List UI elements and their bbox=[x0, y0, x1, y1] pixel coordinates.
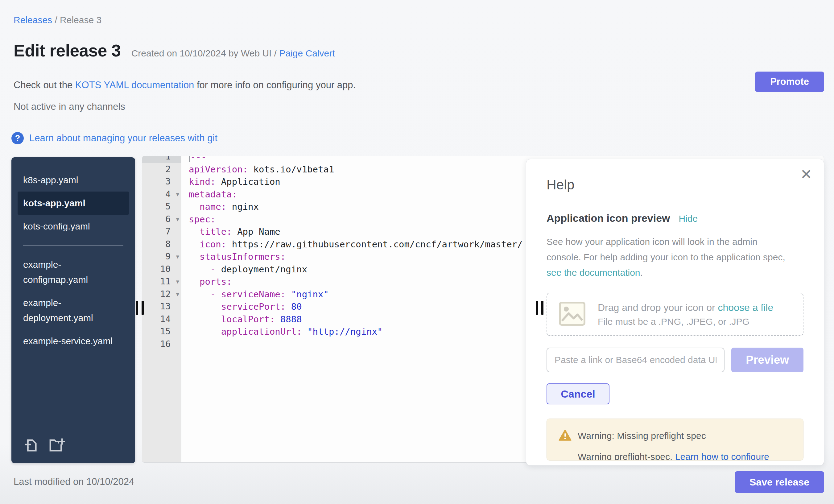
gutter-line-number: 6▼ bbox=[142, 213, 181, 226]
icon-preview-description: See how your application icon will look … bbox=[547, 234, 790, 280]
fold-caret-icon[interactable]: ▼ bbox=[176, 213, 179, 226]
dropzone-text: Drag and drop your icon or choose a file bbox=[598, 302, 773, 313]
cancel-button[interactable]: Cancel bbox=[547, 384, 610, 404]
gutter-line-number: 7 bbox=[142, 225, 181, 238]
fold-caret-icon[interactable]: ▼ bbox=[176, 276, 179, 288]
save-release-button[interactable]: Save release bbox=[735, 471, 824, 493]
gutter-line-number: 2 bbox=[142, 163, 181, 176]
breadcrumb-current: Release 3 bbox=[60, 15, 102, 25]
gutter-line-number: 8 bbox=[142, 238, 181, 251]
file-item-example-deployment-yaml[interactable]: example-deployment.yaml bbox=[18, 291, 129, 329]
file-list: k8s-app.yamlkots-app.yamlkots-config.yam… bbox=[18, 169, 129, 353]
fold-caret-icon[interactable]: ▼ bbox=[176, 288, 179, 301]
file-item-example-configmap-yaml[interactable]: example-configmap.yaml bbox=[18, 253, 129, 291]
hide-link[interactable]: Hide bbox=[679, 214, 698, 224]
editor-gutter: 1234▼56▼789▼1011▼12▼13141516 bbox=[142, 156, 181, 462]
gutter-line-number: 14 bbox=[142, 313, 181, 326]
choose-file-link[interactable]: choose a file bbox=[718, 302, 773, 313]
file-item-example-service-yaml[interactable]: example-service.yaml bbox=[18, 329, 129, 353]
gutter-line-number: 3 bbox=[142, 176, 181, 188]
text-cursor bbox=[189, 156, 190, 162]
image-placeholder-icon bbox=[559, 302, 586, 327]
file-item-k8s-app-yaml[interactable]: k8s-app.yaml bbox=[18, 169, 129, 192]
help-title: Help bbox=[547, 177, 804, 193]
learn-how-to-configure-link[interactable]: Learn how to configure bbox=[675, 452, 769, 461]
gutter-line-number: 15 bbox=[142, 325, 181, 338]
gutter-line-number: 4▼ bbox=[142, 188, 181, 201]
icon-dropzone[interactable]: Drag and drop your icon or choose a file… bbox=[547, 293, 804, 336]
help-panel-resize-handle[interactable] bbox=[536, 301, 544, 315]
fold-caret-icon[interactable]: ▼ bbox=[176, 188, 179, 201]
gutter-line-number: 12▼ bbox=[142, 288, 181, 301]
author-link[interactable]: Paige Calvert bbox=[279, 48, 335, 58]
breadcrumb-separator: / bbox=[54, 15, 60, 25]
gutter-line-number: 9▼ bbox=[142, 250, 181, 263]
preflight-warning: Warning: Missing preflight spec Warning … bbox=[547, 419, 804, 461]
gutter-line-number: 1 bbox=[142, 156, 181, 163]
channel-status: Not active in any channels bbox=[14, 101, 125, 112]
fold-caret-icon[interactable]: ▼ bbox=[176, 250, 179, 263]
gutter-line-number: 16 bbox=[142, 338, 181, 351]
add-file-icon[interactable] bbox=[24, 438, 38, 454]
warning-detail: Warning preflight-spec. Learn how to con… bbox=[558, 452, 791, 461]
close-icon[interactable]: ✕ bbox=[800, 167, 812, 181]
warning-title: Warning: Missing preflight spec bbox=[578, 431, 706, 441]
git-help-row[interactable]: ? Learn about managing your releases wit… bbox=[12, 132, 217, 144]
help-panel: ✕ Help Application icon preview Hide See… bbox=[526, 159, 824, 466]
file-item-kots-app-yaml[interactable]: kots-app.yaml bbox=[18, 192, 129, 215]
breadcrumb: Releases / Release 3 bbox=[14, 15, 102, 25]
last-modified: Last modified on 10/10/2024 bbox=[14, 476, 134, 487]
add-folder-icon[interactable] bbox=[48, 438, 65, 454]
warning-triangle-icon bbox=[558, 429, 572, 442]
docs-hint: Check out the KOTS YAML documentation fo… bbox=[14, 80, 356, 91]
created-info: Created on 10/10/2024 by Web UI / Paige … bbox=[131, 48, 335, 59]
dropzone-subtext: File must be a .PNG, .JPEG, or .JPG bbox=[598, 316, 773, 327]
file-item-kots-config-yaml[interactable]: kots-config.yaml bbox=[18, 215, 129, 238]
see-documentation-link[interactable]: see the documentation bbox=[547, 267, 640, 278]
gutter-line-number: 5 bbox=[142, 200, 181, 213]
page-title: Edit release 3 bbox=[14, 41, 121, 61]
sidebar-bottom-divider bbox=[24, 430, 123, 430]
title-row: Edit release 3 Created on 10/10/2024 by … bbox=[14, 41, 335, 61]
breadcrumb-releases-link[interactable]: Releases bbox=[14, 15, 52, 25]
gutter-line-number: 13 bbox=[142, 301, 181, 313]
kots-yaml-docs-link[interactable]: KOTS YAML documentation bbox=[75, 80, 194, 90]
sidebar-resize-handle[interactable] bbox=[136, 301, 144, 315]
gutter-line-number: 11▼ bbox=[142, 276, 181, 288]
preview-button[interactable]: Preview bbox=[731, 348, 804, 372]
file-group-divider bbox=[23, 245, 123, 245]
git-help-link[interactable]: Learn about managing your releases with … bbox=[29, 133, 217, 144]
icon-url-input[interactable] bbox=[547, 348, 725, 372]
sidebar-bottom bbox=[24, 430, 123, 455]
question-circle-icon: ? bbox=[12, 132, 24, 144]
icon-preview-title: Application icon preview bbox=[547, 212, 670, 224]
file-sidebar: k8s-app.yamlkots-app.yamlkots-config.yam… bbox=[12, 157, 135, 463]
promote-button[interactable]: Promote bbox=[755, 71, 824, 92]
gutter-line-number: 10 bbox=[142, 263, 181, 276]
